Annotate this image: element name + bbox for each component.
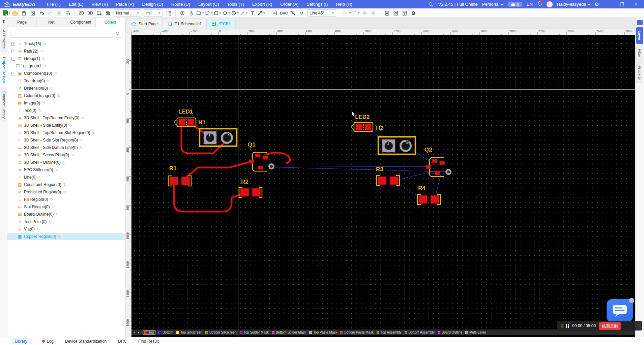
grid-settings-button[interactable] — [165, 9, 173, 17]
user-menu[interactable]: Haidy-easyeda — [557, 2, 590, 7]
tree-item-3d-shell-side-entity[interactable]: ▥3D Shell - Side Entity(0)↻ — [7, 122, 125, 129]
tree-item-colorful-image[interactable]: ▤Colorful Image(0)↻ — [7, 92, 125, 99]
rail-tab-common-library[interactable]: Common Library — [1, 88, 7, 122]
tree-item-constraint-region[interactable]: ▨Constraint Region(0)↻ — [7, 181, 125, 188]
rail-tab-property[interactable]: Property — [636, 62, 643, 83]
pad-tool-button[interactable] — [178, 9, 186, 17]
menu-layout[interactable]: Layout (O) — [194, 0, 223, 8]
smd-pad[interactable] — [365, 124, 371, 130]
smd-pad[interactable] — [435, 171, 440, 175]
component-led1[interactable]: LED1 — [175, 108, 196, 127]
route-mode-dropdown[interactable]: Line 45° — [307, 9, 336, 17]
tree-item-3d-shell-top-bottom-slot-region[interactable]: ◇3D Shell - Top/Bottom Slot Region(0)↻ — [7, 129, 125, 136]
tree-item-line[interactable]: ∕Line(0)↻ — [7, 174, 125, 181]
undo-button[interactable] — [37, 9, 46, 17]
fill-region-tool-button[interactable] — [213, 9, 222, 17]
tree-item-3d-shell-side-datum-line[interactable]: ▭3D Shell - Side Datum Line(0)↻ — [7, 144, 125, 151]
ellipse-tool-button[interactable] — [222, 9, 230, 17]
tree-item-track[interactable]: +∿Track(16)↻ — [7, 40, 125, 48]
rail-tab-project-design[interactable]: Project Design — [1, 54, 7, 86]
refresh-icon[interactable]: ↻ — [80, 138, 83, 143]
layer-top-silkscreen[interactable]: Top Silkscreen — [176, 331, 202, 334]
tree-item-prohibited-region[interactable]: ⊘Prohibited Region(0)↻ — [7, 188, 125, 196]
tree-item-group[interactable]: −⊞Group(1)↻ — [7, 55, 125, 62]
layer-bottom[interactable]: Bottom — [158, 331, 173, 334]
smd-pad[interactable] — [419, 195, 427, 203]
align-left-button[interactable] — [343, 9, 351, 17]
layer-multi-layer[interactable]: Multi-Layer — [465, 331, 486, 334]
rail-tab-layer[interactable]: Layer — [636, 27, 643, 44]
refresh-icon[interactable]: ↻ — [42, 57, 45, 61]
menu-file[interactable]: File (F) — [43, 0, 65, 8]
refresh-icon[interactable]: ↻ — [63, 183, 66, 187]
layer-scroll-left-icon[interactable]: ◂ — [134, 331, 135, 334]
layer-scroll-right-icon[interactable]: ▸ — [138, 331, 140, 334]
rail-tab-filter[interactable]: Filter — [636, 45, 643, 60]
layer-bottom-assembly[interactable]: Bottom Assembly — [405, 331, 435, 334]
component-h2[interactable]: 12H2 — [376, 125, 415, 154]
component-h1[interactable]: 12H1 — [198, 119, 237, 146]
maximize-button[interactable]: ❐ — [617, 2, 627, 7]
tree-item-via[interactable]: ⊕Via(0)↻ — [7, 225, 125, 233]
netlist-export-button[interactable] — [401, 9, 409, 17]
refresh-icon[interactable]: ↻ — [92, 131, 95, 135]
tree-item-group1[interactable]: +⊡group1↻ — [7, 62, 125, 70]
expander-icon[interactable]: + — [11, 42, 15, 46]
tree-item-pad[interactable]: +◎Pad(22)↻ — [7, 48, 125, 55]
search-icon[interactable] — [115, 31, 120, 36]
smd-pad[interactable] — [390, 177, 398, 185]
tree-item-3d-shell-side-slot-region[interactable]: ▭3D Shell - Side Slot Region(0)↻ — [7, 136, 125, 144]
text-tool-button[interactable] — [248, 9, 257, 17]
tree-item-dimension[interactable]: ↗Dimension(0)↻ — [7, 85, 125, 92]
smd-pad[interactable] — [249, 160, 254, 163]
refresh-icon[interactable]: ↻ — [42, 101, 45, 105]
menu-settings[interactable]: Settings (I) — [302, 0, 332, 8]
smd-pad[interactable] — [170, 177, 178, 185]
component-q2[interactable]: Q2 — [425, 147, 451, 177]
tab-component[interactable]: Component — [66, 18, 96, 27]
region-tool-button[interactable] — [205, 9, 213, 17]
refresh-icon[interactable]: ↻ — [50, 197, 53, 202]
layer-top-assembly[interactable]: Top Assembly — [377, 331, 402, 334]
smd-pad[interactable] — [356, 124, 362, 130]
expander-icon[interactable]: + — [11, 50, 15, 53]
layer-top-paste-mask[interactable]: Top Paste Mask — [309, 331, 337, 334]
tree-item-3d-shell-screw-pillar[interactable]: ⊚3D Shell - Screw Pillar(0)↻ — [7, 151, 125, 159]
smd-pad[interactable] — [188, 119, 194, 126]
refresh-icon[interactable]: ↻ — [55, 168, 58, 172]
marquee-select-button[interactable] — [95, 9, 103, 17]
tree-item-image[interactable]: ▤Image(0)↻ — [7, 99, 125, 107]
refresh-icon[interactable]: ↻ — [63, 190, 66, 194]
tree-item-teardrop[interactable]: ⊙Teardrop(0)↻ — [7, 77, 125, 85]
via-tool-button[interactable] — [187, 9, 195, 17]
refresh-icon[interactable]: ↻ — [37, 227, 40, 231]
align-top-button[interactable] — [352, 9, 360, 17]
menu-tools[interactable]: Tools (T) — [223, 0, 248, 8]
new-pcb-button[interactable] — [2, 9, 10, 17]
line-tool-button[interactable] — [240, 9, 248, 17]
stop-recording-button[interactable]: 结束录制 — [599, 322, 621, 330]
settings-gear-icon[interactable]: ⚙ — [595, 1, 599, 7]
tree-item-3d-shell-top-bottom-entity[interactable]: ◈3D Shell - Top/Bottom Entity(0)↻ — [7, 114, 125, 122]
layer-board-outline[interactable]: Board Outline — [438, 331, 462, 334]
refresh-icon[interactable]: ↻ — [52, 205, 55, 209]
save-button[interactable] — [20, 9, 28, 17]
clone-button[interactable] — [55, 9, 63, 17]
refresh-icon[interactable]: ↻ — [50, 86, 53, 91]
doc-tab-pcb1[interactable]: *PCB1 — [207, 19, 236, 29]
search-input[interactable] — [10, 30, 122, 38]
pin-icon[interactable] — [2, 20, 6, 25]
tab-object[interactable]: Object — [96, 18, 125, 27]
tree-item-3d-shell-outline[interactable]: □3D Shell - Outline(0)↻ — [7, 159, 125, 166]
notifications-button[interactable] — [537, 1, 542, 7]
design-rule-button[interactable] — [64, 9, 72, 17]
menu-help[interactable]: Help (H) — [332, 0, 356, 8]
tree-item-slot-region[interactable]: ▭Slot Region(0)↻ — [7, 203, 125, 211]
refresh-icon[interactable]: ↻ — [43, 42, 46, 46]
tree-item-copper-region[interactable]: ▩Copper Region(0)↻ — [7, 233, 125, 240]
close-icon[interactable]: × — [629, 298, 634, 303]
pcb-canvas[interactable]: ChenHui(3)2025-03-30 14:55:21ChenHui(3)2… — [131, 35, 635, 337]
component-r2[interactable]: R2 — [239, 179, 262, 197]
tree-item-component[interactable]: +▣Component(10)↻ — [7, 70, 125, 77]
bom-export-button[interactable] — [392, 9, 400, 17]
